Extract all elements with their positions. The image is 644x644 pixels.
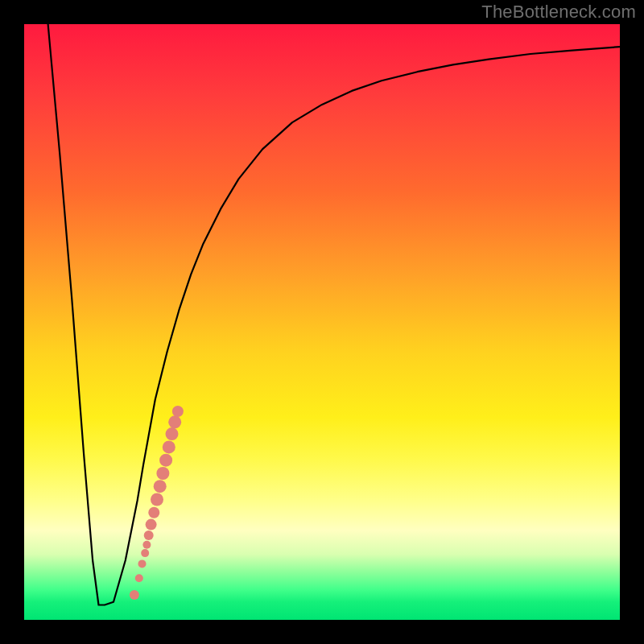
data-point: [146, 519, 157, 530]
data-point: [156, 467, 169, 480]
marker-cluster: [130, 406, 184, 600]
bottleneck-curve: [48, 24, 620, 605]
data-point: [172, 406, 184, 417]
data-point: [168, 415, 181, 428]
chart-frame: TheBottleneck.com: [0, 0, 644, 644]
data-point: [141, 549, 149, 557]
data-point: [148, 507, 159, 518]
plot-area: [24, 24, 620, 620]
watermark-text: TheBottleneck.com: [481, 2, 636, 23]
data-point: [130, 590, 139, 600]
data-point: [142, 541, 151, 549]
data-point: [159, 454, 172, 467]
curve-layer: [24, 24, 620, 620]
data-point: [151, 493, 163, 506]
data-point: [138, 559, 147, 568]
data-point: [154, 480, 167, 493]
data-point: [144, 530, 154, 540]
data-point: [135, 574, 143, 582]
data-point: [163, 440, 175, 453]
data-point: [166, 427, 179, 440]
